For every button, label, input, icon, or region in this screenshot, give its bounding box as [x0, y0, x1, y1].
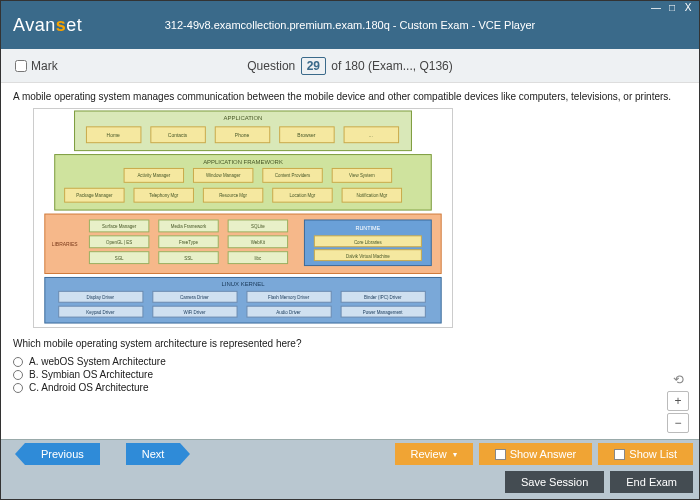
svg-text:Camera Driver: Camera Driver: [180, 295, 209, 300]
zoom-reset-button[interactable]: ⟲: [667, 373, 689, 389]
svg-text:Keypad Driver: Keypad Driver: [86, 310, 115, 315]
question-label: Question: [247, 59, 295, 73]
footer-row-2: Save Session End Exam: [1, 468, 699, 496]
option-c-label: C. Android OS Architecture: [29, 382, 149, 393]
svg-text:LIBRARIES: LIBRARIES: [52, 242, 79, 247]
titlebar: Avanset 312-49v8.examcollection.premium.…: [1, 1, 699, 49]
svg-text:FreeType: FreeType: [179, 240, 198, 245]
svg-text:APPLICATION: APPLICATION: [224, 115, 263, 121]
end-exam-button[interactable]: End Exam: [610, 471, 693, 493]
show-answer-checkbox-icon: [495, 449, 506, 460]
show-answer-button[interactable]: Show Answer: [479, 443, 593, 465]
mark-checkbox[interactable]: [15, 60, 27, 72]
show-list-label: Show List: [629, 448, 677, 460]
mark-checkbox-label[interactable]: Mark: [1, 59, 58, 73]
svg-text:WebKit: WebKit: [251, 240, 266, 245]
svg-text:Content Providers: Content Providers: [275, 173, 311, 178]
previous-button[interactable]: Previous: [25, 443, 100, 465]
question-number[interactable]: 29: [301, 57, 326, 75]
svg-text:Location Mgr: Location Mgr: [290, 193, 316, 198]
svg-text:APPLICATION FRAMEWORK: APPLICATION FRAMEWORK: [203, 159, 283, 165]
show-list-button[interactable]: Show List: [598, 443, 693, 465]
svg-text:RUNTIME: RUNTIME: [355, 225, 380, 231]
window-controls: — □ X: [649, 3, 695, 15]
svg-text:Activity Manager: Activity Manager: [137, 173, 170, 178]
question-bar: Mark Question 29 of 180 (Exam..., Q136): [1, 49, 699, 83]
chevron-down-icon: ▾: [453, 450, 457, 459]
option-b[interactable]: B. Symbian OS Architecture: [13, 368, 687, 381]
zoom-in-button[interactable]: +: [667, 391, 689, 411]
minimize-button[interactable]: —: [649, 3, 663, 15]
footer-row-1: Previous Next Review▾ Show Answer Show L…: [1, 440, 699, 468]
svg-text:LINUX KERNEL: LINUX KERNEL: [222, 281, 266, 287]
question-text: A mobile operating system manages commun…: [13, 91, 687, 102]
svg-text:Audio Driver: Audio Driver: [276, 310, 301, 315]
svg-text:Telephony Mgr: Telephony Mgr: [149, 193, 179, 198]
option-b-radio[interactable]: [13, 370, 23, 380]
footer: Previous Next Review▾ Show Answer Show L…: [1, 439, 699, 499]
svg-text:Display Driver: Display Driver: [86, 295, 114, 300]
next-button[interactable]: Next: [126, 443, 181, 465]
svg-text:libc: libc: [255, 256, 262, 261]
svg-text:Binder (IPC) Driver: Binder (IPC) Driver: [364, 295, 402, 300]
show-list-checkbox-icon: [614, 449, 625, 460]
svg-text:Core Libraries: Core Libraries: [354, 240, 383, 245]
svg-text:OpenGL | ES: OpenGL | ES: [106, 240, 132, 245]
window-title: 312-49v8.examcollection.premium.exam.180…: [1, 19, 699, 31]
review-button[interactable]: Review▾: [395, 443, 473, 465]
option-b-label: B. Symbian OS Architecture: [29, 369, 153, 380]
svg-text:Package Manager: Package Manager: [76, 193, 113, 198]
svg-text:Contacts: Contacts: [168, 133, 188, 138]
svg-text:Dalvik Virtual Machine: Dalvik Virtual Machine: [346, 254, 390, 259]
maximize-button[interactable]: □: [665, 3, 679, 15]
option-a-label: A. webOS System Architecture: [29, 356, 166, 367]
svg-text:Media Framework: Media Framework: [171, 224, 207, 229]
option-c-radio[interactable]: [13, 383, 23, 393]
svg-text:Browser: Browser: [297, 133, 315, 138]
svg-text:Phone: Phone: [235, 133, 250, 138]
architecture-diagram: APPLICATION Home Contacts Phone Browser …: [33, 108, 453, 328]
svg-text:SGL: SGL: [115, 256, 124, 261]
svg-text:SSL: SSL: [184, 256, 193, 261]
svg-text:Window Manager: Window Manager: [206, 173, 241, 178]
question-indicator: Question 29 of 180 (Exam..., Q136): [1, 57, 699, 75]
question-prompt: Which mobile operating system architectu…: [13, 338, 687, 349]
content-area: A mobile operating system manages commun…: [1, 83, 699, 439]
zoom-out-button[interactable]: −: [667, 413, 689, 433]
svg-text:Flash Memory Driver: Flash Memory Driver: [268, 295, 310, 300]
svg-text:Notification Mgr: Notification Mgr: [356, 193, 387, 198]
svg-text:Power Management: Power Management: [363, 310, 403, 315]
option-c[interactable]: C. Android OS Architecture: [13, 381, 687, 394]
svg-text:...: ...: [369, 133, 373, 138]
svg-text:SQLite: SQLite: [251, 224, 265, 229]
answer-options: A. webOS System Architecture B. Symbian …: [13, 355, 687, 394]
mark-text: Mark: [31, 59, 58, 73]
option-a[interactable]: A. webOS System Architecture: [13, 355, 687, 368]
svg-text:Home: Home: [107, 133, 120, 138]
question-total: of 180 (Exam..., Q136): [331, 59, 452, 73]
save-session-button[interactable]: Save Session: [505, 471, 604, 493]
zoom-controls: ⟲ + −: [667, 373, 689, 433]
svg-text:Surface Manager: Surface Manager: [102, 224, 137, 229]
svg-text:WiFi Driver: WiFi Driver: [183, 310, 205, 315]
option-a-radio[interactable]: [13, 357, 23, 367]
svg-text:Resource Mgr: Resource Mgr: [219, 193, 247, 198]
review-label: Review: [411, 448, 447, 460]
show-answer-label: Show Answer: [510, 448, 577, 460]
svg-text:View System: View System: [349, 173, 375, 178]
close-button[interactable]: X: [681, 3, 695, 15]
